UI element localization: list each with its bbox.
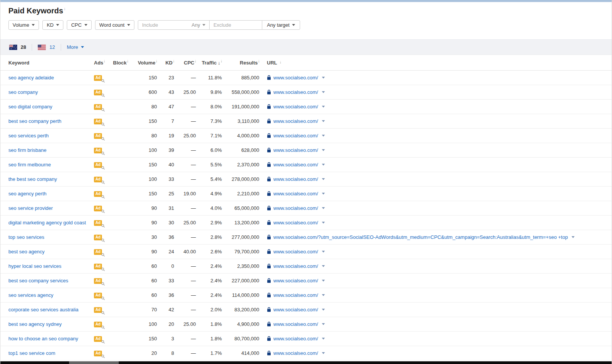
url-link[interactable]: www.socialseo.com/ — [273, 278, 318, 283]
url-dropdown-caret[interactable] — [322, 280, 325, 282]
url-link[interactable]: www.socialseo.com/ — [273, 321, 318, 327]
url-dropdown-caret[interactable] — [322, 149, 325, 151]
kd-filter-button[interactable]: KD — [42, 20, 63, 30]
url-dropdown-caret[interactable] — [322, 120, 325, 122]
column-header-results[interactable]: Resultsi — [222, 60, 259, 66]
url-dropdown-caret[interactable] — [322, 265, 325, 267]
keyword-link[interactable]: the best seo company — [8, 176, 57, 182]
column-header-block[interactable]: Blocki — [113, 60, 130, 66]
url-dropdown-caret[interactable] — [322, 323, 325, 325]
url-link[interactable]: www.socialseo.com/ — [273, 176, 318, 182]
title-info-icon[interactable]: i — [64, 7, 65, 11]
url-dropdown-caret[interactable] — [322, 294, 325, 296]
keyword-link[interactable]: seo services agency — [8, 292, 53, 298]
keyword-link[interactable]: seo firm brisbane — [8, 147, 47, 153]
ad-badge[interactable]: Ad — [94, 306, 102, 313]
column-header-cpc[interactable]: CPCi — [174, 60, 196, 66]
column-header-url[interactable]: URLi — [259, 60, 612, 66]
url-link[interactable]: www.socialseo.com/ — [273, 336, 318, 341]
keyword-link[interactable]: best seo agency sydney — [8, 321, 61, 327]
ad-badge[interactable]: Ad — [94, 263, 102, 269]
ad-badge[interactable]: Ad — [94, 292, 102, 298]
any-target-dropdown[interactable]: Any target — [262, 20, 300, 30]
url-link[interactable]: www.socialseo.com/ — [273, 133, 318, 139]
url-link[interactable]: www.socialseo.com/ — [273, 118, 318, 124]
url-link[interactable]: www.socialseo.com/?utm_source=SocialSEO-… — [273, 234, 568, 240]
url-dropdown-caret[interactable] — [322, 251, 325, 253]
column-header-ads[interactable]: Adsi — [94, 60, 113, 66]
url-link[interactable]: www.socialseo.com/ — [273, 249, 318, 254]
ad-badge[interactable]: Ad — [94, 74, 102, 81]
column-header-kd[interactable]: KDi — [157, 60, 174, 66]
ad-badge[interactable]: Ad — [94, 89, 102, 95]
url-dropdown-caret[interactable] — [322, 222, 325, 224]
url-link[interactable]: www.socialseo.com/ — [273, 89, 318, 95]
url-link[interactable]: www.socialseo.com/ — [273, 350, 318, 356]
keyword-link[interactable]: seo company — [8, 89, 38, 95]
url-dropdown-caret[interactable] — [322, 106, 325, 108]
url-link[interactable]: www.socialseo.com/ — [273, 147, 318, 153]
ad-badge[interactable]: Ad — [94, 321, 102, 327]
keyword-link[interactable]: seo services perth — [8, 133, 49, 139]
url-dropdown-caret[interactable] — [322, 164, 325, 166]
ad-badge[interactable]: Ad — [94, 132, 102, 139]
url-dropdown-caret[interactable] — [322, 338, 325, 340]
url-dropdown-caret[interactable] — [322, 91, 325, 93]
keyword-link[interactable]: how to choose an seo company — [8, 336, 78, 341]
url-dropdown-caret[interactable] — [572, 236, 575, 238]
word-count-filter-button[interactable]: Word count — [95, 20, 134, 30]
url-dropdown-caret[interactable] — [322, 352, 325, 354]
ad-badge[interactable]: Ad — [94, 205, 102, 211]
url-link[interactable]: www.socialseo.com/ — [273, 191, 318, 196]
keyword-link[interactable]: digital marketing agency gold coast — [8, 220, 86, 225]
url-dropdown-caret[interactable] — [322, 77, 325, 79]
url-dropdown-caret[interactable] — [322, 178, 325, 180]
include-input[interactable]: Include Any — [138, 20, 210, 30]
url-dropdown-caret[interactable] — [322, 135, 325, 137]
ad-badge[interactable]: Ad — [94, 234, 102, 240]
ad-badge[interactable]: Ad — [94, 118, 102, 124]
column-header-keyword[interactable]: Keyword — [0, 60, 94, 66]
ad-badge[interactable]: Ad — [94, 190, 102, 197]
keyword-link[interactable]: hyper local seo services — [8, 263, 61, 269]
column-info-icon[interactable]: i — [127, 60, 128, 63]
column-header-traffic[interactable]: Traffic↓i — [196, 60, 222, 66]
url-link[interactable]: www.socialseo.com/ — [273, 104, 318, 110]
keyword-link[interactable]: best seo company perth — [8, 118, 61, 124]
url-link[interactable]: www.socialseo.com/ — [273, 205, 318, 211]
ad-badge[interactable]: Ad — [94, 277, 102, 284]
keyword-link[interactable]: seo digital company — [8, 104, 52, 110]
column-header-volume[interactable]: Volumei — [130, 60, 157, 66]
url-link[interactable]: www.socialseo.com/ — [273, 292, 318, 298]
keyword-link[interactable]: top seo services — [8, 234, 44, 240]
cpc-filter-button[interactable]: CPC — [67, 20, 91, 30]
url-dropdown-caret[interactable] — [322, 309, 325, 311]
ad-badge[interactable]: Ad — [94, 335, 102, 342]
ad-badge[interactable]: Ad — [94, 248, 102, 255]
url-link[interactable]: www.socialseo.com/ — [273, 307, 318, 312]
include-mode-dropdown[interactable]: Any — [192, 22, 205, 28]
exclude-input[interactable]: Exclude — [209, 20, 262, 30]
scrollbar-thumb[interactable] — [69, 361, 119, 364]
ad-badge[interactable]: Ad — [94, 176, 102, 182]
url-dropdown-caret[interactable] — [322, 193, 325, 195]
keyword-link[interactable]: seo agency perth — [8, 191, 47, 196]
url-link[interactable]: www.socialseo.com/ — [273, 220, 318, 225]
ad-badge[interactable]: Ad — [94, 103, 102, 110]
keyword-link[interactable]: seo firm melbourne — [8, 162, 51, 168]
column-info-icon[interactable]: i — [104, 60, 105, 63]
more-countries-dropdown[interactable]: More — [67, 44, 84, 50]
keyword-link[interactable]: best seo company services — [8, 278, 68, 283]
url-dropdown-caret[interactable] — [322, 207, 325, 209]
keyword-link[interactable]: seo agency adelaide — [8, 75, 54, 81]
keyword-link[interactable]: top1 seo service com — [8, 350, 55, 356]
ad-badge[interactable]: Ad — [94, 161, 102, 168]
url-link[interactable]: www.socialseo.com/ — [273, 75, 318, 81]
url-link[interactable]: www.socialseo.com/ — [273, 162, 318, 168]
ad-badge[interactable]: Ad — [94, 350, 102, 356]
ad-badge[interactable]: Ad — [94, 147, 102, 153]
keyword-link[interactable]: corporate seo services australia — [8, 307, 79, 312]
ad-badge[interactable]: Ad — [94, 219, 102, 226]
keyword-link[interactable]: seo service provider — [8, 205, 53, 211]
country-tab-us[interactable]: 12 — [38, 44, 55, 50]
